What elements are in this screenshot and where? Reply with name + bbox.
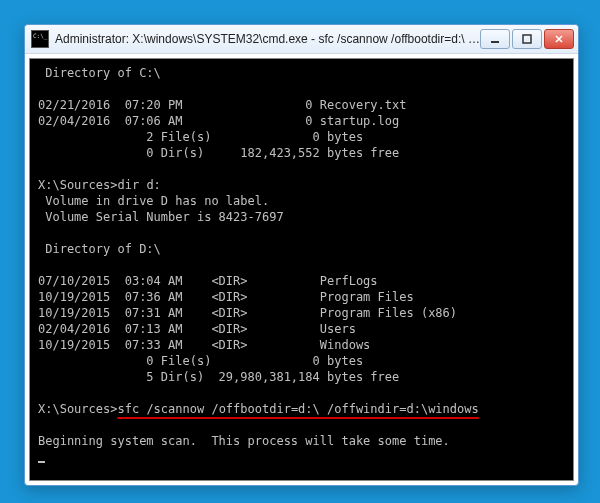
maximize-button[interactable] (512, 29, 542, 49)
output-line: Beginning system scan. This process will… (38, 434, 450, 448)
output-line: 10/19/2015 07:31 AM <DIR> Program Files … (38, 306, 457, 320)
svg-rect-0 (491, 41, 499, 43)
output-line: Directory of D:\ (38, 242, 161, 256)
highlighted-command: sfc /scannow /offbootdir=d:\ /offwindir=… (117, 401, 478, 417)
text-cursor (38, 461, 45, 463)
output-line: 0 Dir(s) 182,423,552 bytes free (38, 146, 399, 160)
output-line: 07/10/2015 03:04 AM <DIR> PerfLogs (38, 274, 378, 288)
window-controls (480, 29, 574, 49)
output-line: 10/19/2015 07:33 AM <DIR> Windows (38, 338, 370, 352)
output-line: 5 Dir(s) 29,980,381,184 bytes free (38, 370, 399, 384)
typed-command: dir d: (117, 178, 160, 192)
output-line: 02/04/2016 07:13 AM <DIR> Users (38, 322, 356, 336)
terminal-output: Directory of C:\ 02/21/2016 07:20 PM 0 R… (30, 59, 573, 471)
output-line: 2 File(s) 0 bytes (38, 130, 363, 144)
output-line: 02/21/2016 07:20 PM 0 Recovery.txt (38, 98, 406, 112)
titlebar[interactable]: Administrator: X:\windows\SYSTEM32\cmd.e… (25, 25, 578, 54)
window-title: Administrator: X:\windows\SYSTEM32\cmd.e… (55, 32, 480, 46)
output-line: Volume Serial Number is 8423-7697 (38, 210, 284, 224)
minimize-button[interactable] (480, 29, 510, 49)
close-button[interactable] (544, 29, 574, 49)
output-line: 02/04/2016 07:06 AM 0 startup.log (38, 114, 399, 128)
output-line: Directory of C:\ (38, 66, 161, 80)
cmd-window: Administrator: X:\windows\SYSTEM32\cmd.e… (24, 24, 579, 486)
output-line: 10/19/2015 07:36 AM <DIR> Program Files (38, 290, 414, 304)
red-underline-annotation (117, 417, 478, 419)
prompt: X:\Sources> (38, 402, 117, 416)
cmd-icon (31, 30, 49, 48)
output-line: Volume in drive D has no label. (38, 194, 269, 208)
terminal-client-area[interactable]: Directory of C:\ 02/21/2016 07:20 PM 0 R… (29, 58, 574, 481)
output-line: 0 File(s) 0 bytes (38, 354, 363, 368)
svg-rect-1 (523, 35, 531, 43)
typed-command: sfc /scannow /offbootdir=d:\ /offwindir=… (117, 402, 478, 416)
prompt: X:\Sources> (38, 178, 117, 192)
